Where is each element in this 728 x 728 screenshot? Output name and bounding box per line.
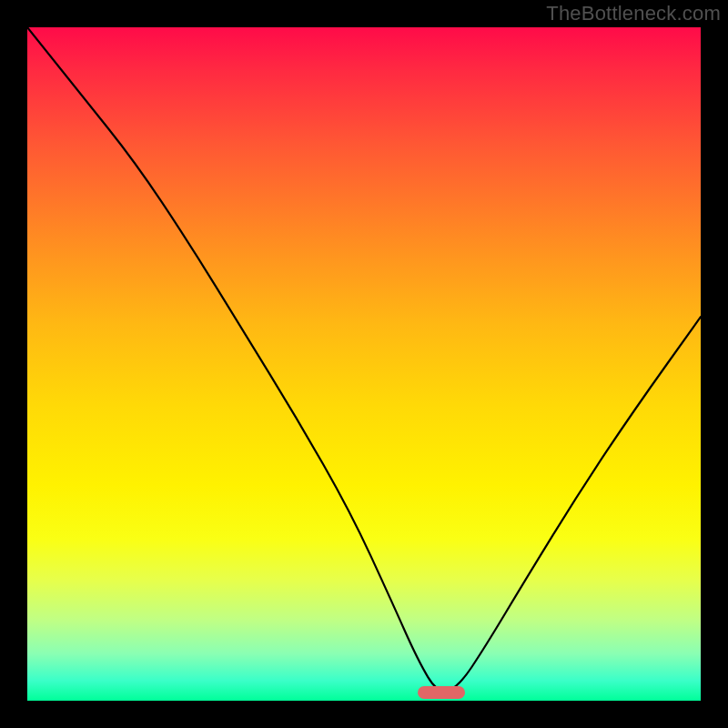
watermark-text: TheBottleneck.com bbox=[546, 2, 721, 25]
plot-area bbox=[27, 27, 701, 701]
bottleneck-curve-svg bbox=[27, 27, 701, 701]
bottleneck-curve bbox=[27, 27, 701, 692]
optimal-range-marker bbox=[418, 686, 465, 699]
chart-frame: TheBottleneck.com bbox=[0, 0, 728, 728]
